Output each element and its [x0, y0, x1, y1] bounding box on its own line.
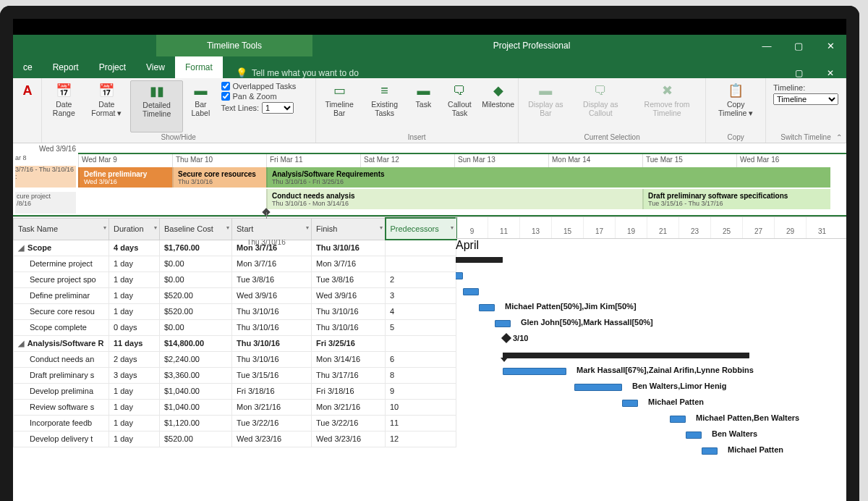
- date-range-button[interactable]: 📅 Date Range: [45, 80, 83, 132]
- window-restore-button[interactable]: ▢: [783, 35, 814, 56]
- timeline-bar-define-prelim[interactable]: Define preliminary Wed 3/9/16: [78, 167, 172, 188]
- timeline-start-date: Wed 3/9/16: [13, 143, 846, 153]
- gantt-day-tick: 27: [742, 217, 774, 238]
- table-row[interactable]: Develop prelimina1 day$1,040.00Fri 3/18/…: [14, 383, 456, 399]
- gantt-task-bar[interactable]: [686, 431, 702, 439]
- timeline-tick: Wed Mar 16: [736, 154, 830, 167]
- remove-icon: ✖: [657, 82, 677, 99]
- callout-task-button[interactable]: 🗨Callout Task: [439, 80, 480, 132]
- show-hide-group-label: Show/Hide: [45, 132, 312, 141]
- gantt-row: Michael Patten: [456, 395, 846, 411]
- task-grid[interactable]: Task Name▾Duration▾Baseline Cost▾Start▾F…: [13, 217, 456, 501]
- font-color-button[interactable]: A: [16, 80, 39, 132]
- text-lines-label: Text Lines:: [221, 104, 260, 112]
- grid-header-task-name[interactable]: Task Name▾: [14, 218, 109, 240]
- timeline-tick: Thu Mar 10: [172, 154, 266, 167]
- table-row[interactable]: Review software s1 day$1,040.00Mon 3/21/…: [14, 399, 456, 415]
- overlapped-tasks-checkbox[interactable]: Overlapped Tasks: [221, 82, 310, 90]
- milestone-icon: ◆: [488, 82, 509, 99]
- gantt-milestone[interactable]: [501, 333, 511, 343]
- gantt-chart[interactable]: 91113151719212325272931 April Michael Pa…: [456, 217, 846, 501]
- timeline-bar-analysis[interactable]: Analysis/Software Requirements Thu 3/10/…: [266, 167, 830, 188]
- grid-header-finish[interactable]: Finish▾: [312, 218, 386, 240]
- gantt-bar-label: Michael Patten,Ben Walters: [696, 413, 799, 422]
- timeline-bar-button[interactable]: ▭Timeline Bar: [319, 80, 360, 132]
- window-minimize-button[interactable]: —: [751, 35, 783, 56]
- grid-header-predecessors[interactable]: Predecessors▾: [386, 218, 456, 240]
- gantt-row: Glen John[50%],Mark Hassall[50%]: [456, 316, 846, 332]
- display-as-bar-button: ▬Display as Bar: [522, 80, 570, 132]
- gantt-task-bar[interactable]: [456, 272, 463, 279]
- task-icon: ▬: [413, 82, 433, 99]
- gantt-task-bar[interactable]: [479, 304, 495, 311]
- task-button[interactable]: ▬Task: [409, 80, 438, 132]
- table-row[interactable]: Conduct needs an2 days$2,240.00Thu 3/10/…: [14, 351, 456, 367]
- gantt-task-bar[interactable]: [702, 447, 718, 455]
- gantt-summary-bar[interactable]: [456, 257, 503, 263]
- copy-timeline-button[interactable]: 📋Copy Timeline ▾: [709, 80, 762, 132]
- pan-zoom-checkbox[interactable]: Pan & Zoom: [221, 92, 310, 101]
- grid-header-start[interactable]: Start▾: [232, 218, 312, 240]
- text-lines-select[interactable]: 1: [262, 102, 294, 114]
- gantt-task-bar[interactable]: [495, 320, 511, 327]
- subwindow-restore-button[interactable]: ▢: [783, 68, 814, 78]
- ribbon-tab-report[interactable]: Report: [43, 56, 89, 78]
- date-format-button[interactable]: 📅 Date Format ▾: [85, 80, 129, 132]
- gantt-task-bar[interactable]: [503, 368, 566, 375]
- gantt-summary-bar[interactable]: [503, 353, 749, 358]
- timeline-bar-secure-core[interactable]: Secure core resources Thu 3/10/16: [172, 167, 266, 188]
- timeline-select[interactable]: Timeline: [773, 93, 838, 105]
- detailed-timeline-button[interactable]: ▮▮ Detailed Timeline: [130, 80, 183, 132]
- gantt-bar-label: Michael Patten: [728, 445, 783, 454]
- table-row[interactable]: Draft preliminary s3 days$3,360.00Tue 3/…: [14, 367, 456, 383]
- existing-tasks-icon: ≡: [375, 82, 395, 99]
- table-row[interactable]: ◢ Analysis/Software R11 days$14,800.00Th…: [14, 335, 456, 351]
- date-range-icon: 📅: [54, 82, 74, 99]
- subwindow-close-button[interactable]: ✕: [814, 68, 846, 78]
- timeline-canvas[interactable]: Wed Mar 9Thu Mar 10Fri Mar 11Sat Mar 12S…: [78, 153, 846, 215]
- gantt-row: Mark Hassall[67%],Zainal Arifin,Lynne Ro…: [456, 363, 846, 379]
- gantt-day-tick: 11: [488, 217, 519, 238]
- display-as-callout-button: 🗨Display as Callout: [571, 80, 630, 132]
- gantt-day-tick: 25: [710, 217, 742, 238]
- milestone-button[interactable]: ◆Milestone: [481, 80, 514, 132]
- timeline-bar-draft[interactable]: Draft preliminary software specification…: [642, 189, 830, 209]
- existing-tasks-button[interactable]: ≡Existing Tasks: [362, 80, 408, 132]
- grid-header-baseline-cost[interactable]: Baseline Cost▾: [160, 218, 232, 240]
- gantt-task-bar[interactable]: [670, 416, 686, 423]
- font-color-icon: A: [17, 82, 38, 99]
- gantt-bar-label: Mark Hassall[67%],Zainal Arifin,Lynne Ro…: [576, 366, 754, 374]
- gantt-row: [456, 252, 846, 268]
- gantt-row: Ben Walters,Limor Henig: [456, 379, 846, 395]
- table-row[interactable]: Develop delivery t1 day$520.00Wed 3/23/1…: [14, 431, 456, 447]
- gantt-task-bar[interactable]: [463, 288, 479, 295]
- gantt-bar-label: Michael Patten[50%],Jim Kim[50%]: [505, 302, 637, 311]
- table-row[interactable]: Define preliminar1 day$520.00Wed 3/9/16W…: [14, 287, 456, 303]
- gantt-task-bar[interactable]: [622, 400, 638, 407]
- table-row[interactable]: Incorporate feedb1 day$1,120.00Tue 3/22/…: [14, 415, 456, 431]
- bar-label-button[interactable]: ▬ Bar Label: [184, 80, 216, 132]
- table-row[interactable]: Scope complete0 days$0.00Thu 3/10/16Thu …: [14, 319, 456, 335]
- date-format-icon: 📅: [96, 82, 116, 99]
- ribbon-tab-project[interactable]: Project: [89, 56, 136, 78]
- tell-me-placeholder: Tell me what you want to do: [252, 68, 359, 78]
- table-row[interactable]: Secure core resou1 day$520.00Thu 3/10/16…: [14, 303, 456, 319]
- ribbon-tab-resource-cut[interactable]: ce: [13, 56, 43, 78]
- timeline-left-stub0: ar 8: [15, 154, 76, 161]
- ribbon-tab-view[interactable]: View: [136, 56, 175, 78]
- timeline-bar-conduct[interactable]: Conduct needs analysis Thu 3/10/16 - Mon…: [266, 189, 642, 209]
- collapse-ribbon-icon[interactable]: ⌃: [836, 133, 842, 141]
- window-close-button[interactable]: ✕: [814, 35, 846, 56]
- switch-timeline-group-label: Switch Timeline: [769, 132, 843, 141]
- gantt-day-tick: 23: [678, 217, 710, 238]
- gantt-task-bar[interactable]: [574, 384, 622, 391]
- ribbon-tab-format[interactable]: Format: [175, 56, 223, 78]
- grid-header-duration[interactable]: Duration▾: [109, 218, 160, 240]
- tell-me-search[interactable]: 💡 Tell me what you want to do: [236, 67, 359, 78]
- table-row[interactable]: Determine project1 day$0.00Mon 3/7/16Mon…: [14, 256, 456, 271]
- gantt-day-tick: 19: [615, 217, 647, 238]
- table-row[interactable]: Secure project spo1 day$0.00Tue 3/8/16Tu…: [14, 271, 456, 287]
- gantt-bar-label: Michael Patten: [648, 397, 704, 406]
- gantt-row: Michael Patten[50%],Jim Kim[50%]: [456, 300, 846, 316]
- contextual-tab-timeline-tools: Timeline Tools: [156, 35, 312, 56]
